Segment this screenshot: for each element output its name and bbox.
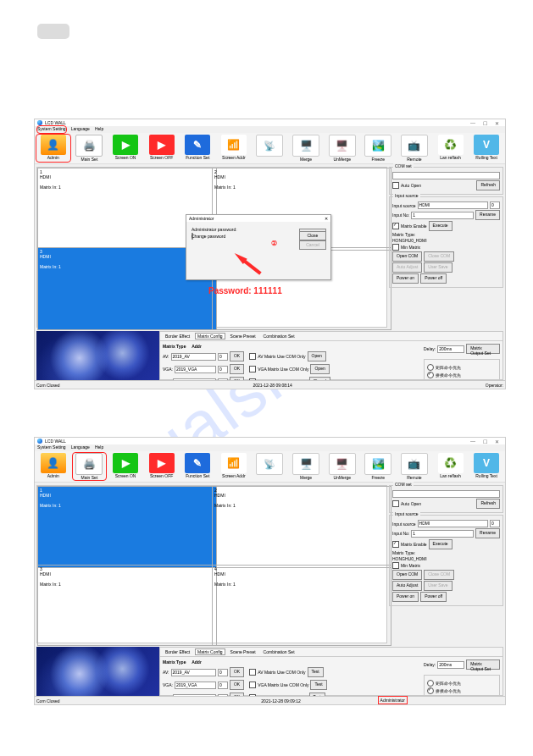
menu-item-help[interactable]: Help	[95, 126, 103, 133]
tab-border-effect[interactable]: Border Effect	[163, 648, 192, 655]
toolbar-main-set[interactable]: Main Set	[73, 453, 107, 480]
execute-button[interactable]: Execute	[429, 539, 452, 549]
toolbar-screen-off[interactable]: Screen OFF	[145, 453, 179, 480]
toolbar-merge[interactable]: Merge	[289, 453, 323, 480]
close-com-button[interactable]: Close COM	[424, 570, 454, 580]
toolbar-addr2[interactable]	[253, 453, 287, 480]
tab-matrix-config[interactable]: Matrix Config	[195, 333, 225, 339]
vga-select[interactable]: 2019_VGA	[175, 682, 216, 689]
toolbar-remote[interactable]: Remote	[397, 135, 431, 162]
toolbar-freeze[interactable]: Freeze	[361, 453, 395, 480]
test-button[interactable]: Test	[310, 680, 326, 690]
matrix-output-set-button[interactable]: Matrix Output Set	[466, 659, 500, 670]
window-min-button[interactable]: —	[467, 439, 479, 444]
grid-cell-2[interactable]: 2 HDMI Matrix In: 1	[212, 486, 391, 568]
priority-radio-2[interactable]	[427, 372, 434, 378]
tab-border-effect[interactable]: Border Effect	[163, 333, 192, 339]
min-matrix-checkbox[interactable]	[392, 244, 399, 251]
refresh-button[interactable]: Refresh	[476, 180, 500, 190]
auto-open-checkbox[interactable]	[392, 500, 399, 507]
toolbar-admin[interactable]: Admin	[36, 135, 70, 162]
input-source-num[interactable]: 0	[490, 201, 500, 209]
input-no-select[interactable]: 1	[411, 212, 474, 219]
min-matrix-checkbox[interactable]	[392, 562, 399, 569]
com-port-select[interactable]	[392, 172, 500, 179]
input-no-select[interactable]: 1	[411, 530, 474, 538]
vga-com-only-checkbox[interactable]	[249, 682, 256, 688]
toolbar-freeze[interactable]: Freeze	[361, 135, 395, 162]
window-close-button[interactable]: ✕	[491, 120, 502, 126]
input-source-select[interactable]: HDMI	[418, 520, 488, 527]
toolbar-unmerge[interactable]: UnMerge	[325, 135, 359, 162]
toolbar-lan-refresh[interactable]: Lan reflash	[434, 453, 468, 480]
menu-item-language[interactable]: Language	[71, 444, 90, 451]
screen-grid[interactable]: 1 HDMI Matrix In: 1 2 HDMI Matrix In: 1 …	[36, 167, 387, 328]
dialog-close-button[interactable]: ✕	[325, 216, 328, 221]
refresh-button[interactable]: Refresh	[476, 499, 500, 509]
vga-select[interactable]: 2019_VGA	[175, 366, 216, 373]
toolbar-screen-addr[interactable]: Screen Addr	[217, 135, 251, 162]
toolbar-lan-refresh[interactable]: Lan reflash	[434, 135, 468, 162]
screen-grid[interactable]: 1 HDMI Matrix In: 1 2 HDMI Matrix In: 1 …	[36, 485, 387, 643]
user-save-button[interactable]: User Save	[424, 262, 452, 273]
toolbar-main-set[interactable]: Main Set	[73, 135, 107, 162]
auto-adjust-button[interactable]: Auto Adjust	[392, 581, 422, 591]
test-button[interactable]: Test	[308, 667, 324, 677]
matrix-output-set-button[interactable]: Matrix Output Set	[466, 344, 500, 354]
priority-radio-2[interactable]	[427, 687, 434, 694]
toolbar-rolling-text[interactable]: Rolling Text	[469, 453, 503, 480]
toolbar-unmerge[interactable]: UnMerge	[325, 453, 359, 480]
av-open-button[interactable]: Open	[308, 351, 326, 361]
grid-cell-4[interactable]: 4 HDMI Matrix In: 1	[212, 565, 391, 647]
toolbar-screen-addr[interactable]: Screen Addr	[217, 453, 251, 480]
toolbar-screen-on[interactable]: Screen ON	[108, 453, 142, 480]
priority-radio-1[interactable]	[427, 680, 434, 687]
av-addr[interactable]: 0	[218, 353, 228, 361]
tab-combination-set[interactable]: Combination Set	[261, 648, 297, 655]
window-min-button[interactable]: —	[467, 120, 479, 126]
auto-open-checkbox[interactable]	[392, 182, 399, 189]
toolbar-screen-off[interactable]: Screen OFF	[145, 135, 179, 162]
delay-select[interactable]: 200ms	[437, 345, 464, 353]
vga-com-only-checkbox[interactable]	[249, 366, 256, 372]
power-off-button[interactable]: Power off	[420, 273, 447, 284]
close-com-button[interactable]: Close COM	[424, 251, 454, 262]
toolbar-admin[interactable]: Admin	[36, 453, 70, 480]
vga-ok-button[interactable]: OK	[230, 680, 244, 690]
av-ok-button[interactable]: OK	[230, 351, 244, 361]
toolbar-function-set[interactable]: Function Set	[180, 135, 214, 162]
tab-scene-preset[interactable]: Scene Preset	[228, 648, 258, 655]
vga-ok-button[interactable]: OK	[230, 364, 244, 374]
power-off-button[interactable]: Power off	[420, 592, 447, 602]
toolbar-screen-on[interactable]: Screen ON	[108, 135, 142, 162]
execute-button[interactable]: Execute	[429, 221, 452, 231]
grid-cell-1[interactable]: 1 HDMI Matrix In: 1	[37, 486, 217, 568]
toolbar-merge[interactable]: Merge	[289, 135, 323, 162]
cancel-button[interactable]: Cancel	[299, 240, 326, 250]
tab-combination-set[interactable]: Combination Set	[261, 333, 297, 339]
open-com-button[interactable]: Open COM	[392, 570, 422, 580]
av-select[interactable]: 2019_AV	[171, 353, 216, 361]
window-close-button[interactable]: ✕	[491, 439, 502, 444]
toolbar-remote[interactable]: Remote	[397, 453, 431, 480]
auto-adjust-button[interactable]: Auto Adjust	[392, 262, 422, 273]
menu-item-system-setting[interactable]: System Setting	[37, 126, 66, 133]
toolbar-addr2[interactable]	[253, 135, 287, 162]
toolbar-function-set[interactable]: Function Set	[180, 453, 214, 480]
tab-matrix-config[interactable]: Matrix Config	[195, 648, 225, 655]
toolbar-rolling-text[interactable]: Rolling Text	[469, 135, 503, 162]
change-password-link[interactable]: Change password	[192, 234, 225, 239]
power-on-button[interactable]: Power on	[392, 273, 419, 284]
user-save-button[interactable]: User Save	[424, 581, 452, 591]
delay-select[interactable]: 200ms	[437, 661, 464, 669]
av-select[interactable]: 2019_AV	[171, 669, 216, 676]
av-ok-button[interactable]: OK	[230, 667, 244, 677]
tab-scene-preset[interactable]: Scene Preset	[228, 333, 258, 339]
vga-addr[interactable]: 0	[218, 366, 228, 373]
com-port-select[interactable]	[392, 490, 500, 498]
menu-item-help[interactable]: Help	[95, 444, 103, 451]
priority-radio-1[interactable]	[427, 364, 434, 371]
vga-addr[interactable]: 0	[218, 682, 228, 689]
grid-cell-3[interactable]: 3 HDMI Matrix In: 1	[37, 565, 217, 647]
window-max-button[interactable]: ☐	[479, 439, 491, 444]
